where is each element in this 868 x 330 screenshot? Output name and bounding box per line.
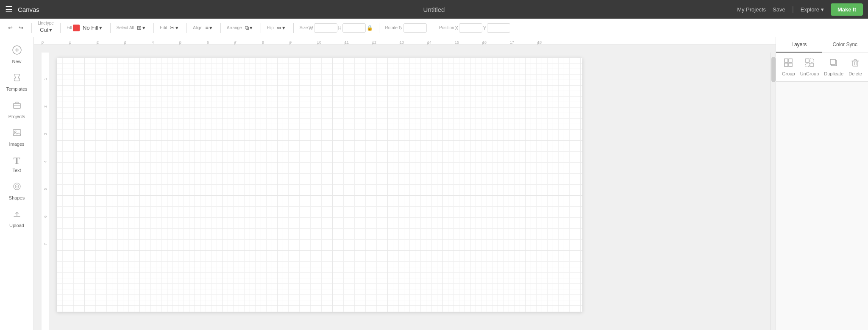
tab-layers[interactable]: Layers (776, 37, 822, 53)
delete-button[interactable]: Delete (849, 58, 862, 76)
y-label: Y (483, 25, 486, 31)
flip-dropdown[interactable]: ⇔ ▾ (275, 23, 287, 32)
shapes-label: Shapes (9, 195, 25, 200)
height-label: H (338, 25, 342, 31)
edit-dropdown[interactable]: ✂ ▾ (168, 23, 181, 32)
select-all-chevron-icon: ▾ (142, 25, 145, 31)
document-title[interactable]: Untitled (423, 6, 445, 13)
ruler-top-numbers: 0123456789101112131415161718 (42, 40, 565, 44)
templates-label: Templates (6, 86, 27, 92)
duplicate-label: Duplicate (824, 71, 843, 76)
sidebar-item-images[interactable]: Images (0, 123, 33, 151)
text-label: Text (12, 168, 21, 173)
sidebar-item-projects[interactable]: Projects (0, 96, 33, 123)
height-input[interactable] (342, 23, 366, 33)
linetype-chevron-icon: ▾ (49, 27, 52, 33)
group-button[interactable]: Group (782, 58, 795, 76)
sidebar-item-new[interactable]: New (0, 41, 33, 68)
sidebar-item-templates[interactable]: Templates (0, 68, 33, 96)
right-panel-actions: Group UnGroup (776, 53, 868, 82)
svg-rect-12 (785, 63, 788, 67)
right-panel-tabs: Layers Color Sync (776, 37, 868, 53)
fill-group: Fill No Fill ▾ (64, 23, 107, 32)
x-input[interactable] (459, 23, 482, 33)
arrange-chevron-icon: ▾ (250, 25, 253, 31)
select-all-button[interactable]: ⊞ ▾ (135, 23, 147, 32)
save-button[interactable]: Save (773, 6, 785, 13)
make-it-button[interactable]: Make It (831, 3, 863, 16)
align-chevron-icon: ▾ (209, 25, 212, 31)
canvas-grid (57, 58, 582, 312)
linetype-dropdown[interactable]: Cut ▾ (38, 25, 54, 34)
toolbar-separator-4 (153, 23, 154, 33)
ruler-top: 0123456789101112131415161718 (34, 37, 776, 45)
toolbar-separator-1 (31, 23, 32, 33)
svg-rect-10 (785, 59, 788, 62)
svg-rect-17 (810, 63, 813, 67)
redo-icon: ↪ (19, 25, 23, 31)
svg-rect-5 (13, 130, 21, 136)
align-dropdown[interactable]: ≡ ▾ (203, 23, 214, 32)
images-icon (12, 128, 22, 140)
size-group: Size W H 🔒 (297, 23, 376, 33)
toolbar-separator-2 (60, 23, 61, 33)
arrange-dropdown[interactable]: ⧉ ▾ (243, 23, 255, 33)
flip-label: Flip (267, 26, 274, 30)
svg-rect-20 (853, 61, 858, 66)
align-group: Align ≡ ▾ (190, 23, 217, 32)
my-projects-link[interactable]: My Projects (737, 6, 766, 13)
duplicate-button[interactable]: Duplicate (824, 58, 843, 76)
linetype-value: Cut (40, 27, 48, 33)
sidebar-item-upload[interactable]: Upload (0, 205, 33, 232)
canvas-content[interactable]: 1234567 (42, 45, 776, 330)
width-input[interactable] (314, 23, 337, 33)
scrollbar-thumb[interactable] (771, 57, 776, 82)
canvas-area[interactable]: 0123456789101112131415161718 1234567 (34, 37, 776, 330)
edit-label: Edit (160, 26, 167, 30)
select-all-icon: ⊞ (137, 25, 142, 31)
y-input[interactable] (487, 23, 510, 33)
edit-chevron-icon: ▾ (175, 25, 178, 31)
vertical-scrollbar[interactable] (771, 53, 776, 330)
new-icon (12, 45, 22, 58)
duplicate-icon (829, 58, 838, 69)
fill-color-swatch[interactable] (73, 25, 80, 31)
new-label: New (12, 59, 21, 64)
projects-icon (12, 100, 22, 113)
fill-label: Fill (67, 26, 72, 30)
fill-chevron-icon: ▾ (99, 25, 102, 31)
x-label: X (455, 25, 458, 31)
toolbar-separator-7 (261, 23, 261, 33)
size-label: Size (300, 26, 308, 30)
align-label: Align (193, 26, 202, 30)
redo-button[interactable]: ↪ (17, 23, 25, 32)
svg-rect-11 (789, 59, 792, 62)
select-all-label: Select All (117, 26, 134, 30)
sidebar-item-text[interactable]: T Text (0, 151, 33, 177)
arrange-group: Arrange ⧉ ▾ (224, 23, 257, 33)
rotate-group: Rotate ↻ (383, 23, 429, 33)
select-all-group: Select All ⊞ ▾ (114, 23, 150, 32)
menu-icon[interactable]: ☰ (5, 4, 13, 14)
position-label: Position (439, 26, 454, 30)
svg-point-9 (17, 186, 17, 187)
tab-color-sync[interactable]: Color Sync (822, 37, 868, 53)
rotate-input[interactable] (403, 23, 427, 33)
projects-label: Projects (8, 114, 25, 119)
explore-button[interactable]: Explore ▾ (801, 6, 824, 13)
toolbar-separator-6 (220, 23, 221, 33)
fill-dropdown[interactable]: No Fill ▾ (81, 23, 104, 32)
topbar-divider: | (792, 6, 794, 13)
flip-chevron-icon: ▾ (282, 25, 285, 31)
flip-group: Flip ⇔ ▾ (264, 23, 290, 32)
svg-rect-14 (806, 59, 809, 62)
svg-rect-13 (789, 63, 792, 67)
undo-button[interactable]: ↩ (6, 23, 15, 32)
delete-icon (851, 58, 860, 69)
text-icon: T (13, 155, 20, 166)
rotate-label: Rotate (385, 26, 398, 30)
sidebar-item-shapes[interactable]: Shapes (0, 177, 33, 205)
lock-aspect-icon[interactable]: 🔒 (367, 25, 373, 31)
ungroup-button[interactable]: UnGroup (800, 58, 819, 76)
canvas-white[interactable] (57, 58, 582, 312)
